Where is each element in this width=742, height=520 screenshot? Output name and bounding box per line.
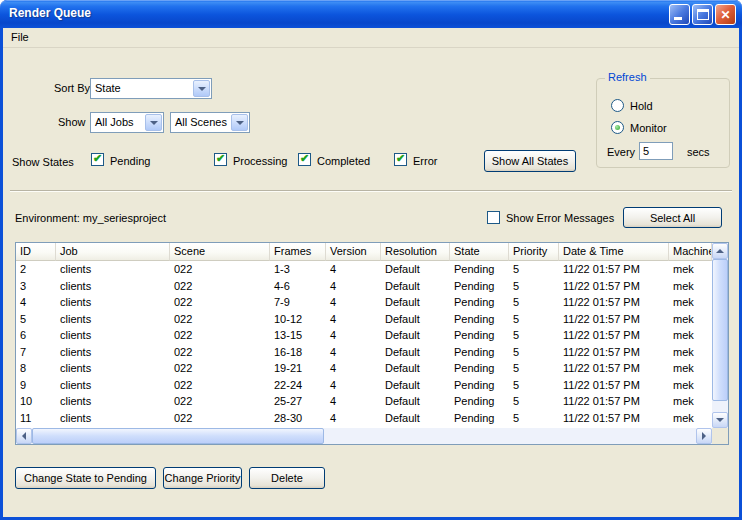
table-cell: 10-12 (270, 311, 326, 328)
column-header[interactable]: Resolution (381, 243, 450, 261)
table-cell: 10 (16, 393, 56, 410)
close-button[interactable]: ✕ (715, 4, 736, 25)
monitor-radio[interactable] (611, 121, 624, 134)
horizontal-scrollbar[interactable] (16, 428, 712, 444)
table-cell: mek (669, 393, 712, 410)
column-header[interactable]: Machine (669, 243, 712, 261)
table-row[interactable]: 11clients02228-304DefaultPending511/22 0… (16, 410, 712, 427)
hold-radio-label[interactable]: Hold (630, 100, 653, 112)
table-cell: 4 (326, 294, 381, 311)
maximize-button[interactable] (692, 4, 713, 25)
column-header[interactable]: Date & Time (559, 243, 669, 261)
table-cell: Default (381, 311, 450, 328)
table-cell: mek (669, 377, 712, 394)
scroll-down-icon (716, 418, 724, 422)
refresh-seconds-input[interactable] (639, 142, 673, 160)
table-row[interactable]: 10clients02225-274DefaultPending511/22 0… (16, 393, 712, 410)
show-scenes-dropdown[interactable]: All Scenes (170, 112, 250, 133)
delete-button[interactable]: Delete (249, 467, 325, 489)
change-priority-button[interactable]: Change Priority (163, 467, 242, 489)
show-all-states-button[interactable]: Show All States (484, 150, 576, 172)
error-checkbox[interactable]: ✔ (394, 153, 407, 166)
pending-checkbox-label[interactable]: Pending (110, 155, 150, 167)
table-row[interactable]: 2clients0221-34DefaultPending511/22 01:5… (16, 261, 712, 278)
column-header[interactable]: ID (16, 243, 56, 261)
table-row[interactable]: 6clients02213-154DefaultPending511/22 01… (16, 327, 712, 344)
table-row[interactable]: 8clients02219-214DefaultPending511/22 01… (16, 360, 712, 377)
chevron-down-icon (198, 87, 206, 91)
select-all-button[interactable]: Select All (623, 207, 722, 228)
change-state-to-pending-button[interactable]: Change State to Pending (15, 467, 156, 489)
sort-by-dropdown-button[interactable] (193, 80, 210, 97)
table-cell: mek (669, 311, 712, 328)
show-error-messages-label[interactable]: Show Error Messages (506, 212, 614, 224)
column-header[interactable]: Frames (270, 243, 326, 261)
table-cell: 11/22 01:57 PM (559, 278, 669, 295)
environment-label: Environment: my_seriesproject (15, 212, 166, 224)
vertical-scrollbar[interactable] (712, 243, 728, 428)
table-cell: 022 (170, 261, 270, 278)
table-cell: 2 (16, 261, 56, 278)
table-row[interactable]: 9clients02222-244DefaultPending511/22 01… (16, 377, 712, 394)
table-cell: 4 (326, 327, 381, 344)
column-header[interactable]: State (450, 243, 509, 261)
table-cell: Pending (450, 261, 509, 278)
table-cell: 4-6 (270, 278, 326, 295)
column-header[interactable]: Version (326, 243, 381, 261)
table-cell: clients (56, 377, 170, 394)
processing-checkbox[interactable]: ✔ (214, 153, 227, 166)
horizontal-scroll-thumb[interactable] (32, 428, 324, 444)
table-cell: 022 (170, 377, 270, 394)
table-cell: clients (56, 261, 170, 278)
table-cell: 022 (170, 294, 270, 311)
table-row[interactable]: 5clients02210-124DefaultPending511/22 01… (16, 311, 712, 328)
window-title: Render Queue (9, 6, 91, 20)
table-cell: Pending (450, 377, 509, 394)
error-checkbox-label[interactable]: Error (413, 155, 437, 167)
table-cell: clients (56, 344, 170, 361)
menu-file[interactable]: File (3, 28, 37, 46)
table-cell: clients (56, 393, 170, 410)
column-header[interactable]: Scene (170, 243, 270, 261)
minimize-button[interactable] (669, 4, 690, 25)
table-row[interactable]: 4clients0227-94DefaultPending511/22 01:5… (16, 294, 712, 311)
processing-checkbox-label[interactable]: Processing (233, 155, 287, 167)
column-header[interactable]: Priority (509, 243, 559, 261)
table-row[interactable]: 3clients0224-64DefaultPending511/22 01:5… (16, 278, 712, 295)
table-cell: Pending (450, 410, 509, 427)
table-cell: 022 (170, 278, 270, 295)
table-cell: 4 (326, 377, 381, 394)
vertical-scroll-thumb[interactable] (712, 259, 728, 401)
show-scenes-dropdown-button[interactable] (231, 114, 248, 131)
hold-radio[interactable] (611, 99, 624, 112)
table-row[interactable]: 7clients02216-184DefaultPending511/22 01… (16, 344, 712, 361)
table-cell: 4 (326, 311, 381, 328)
show-jobs-value: All Jobs (91, 113, 144, 132)
pending-checkbox[interactable]: ✔ (91, 153, 104, 166)
table-cell: 022 (170, 344, 270, 361)
scroll-up-button[interactable] (712, 243, 728, 259)
monitor-radio-label[interactable]: Monitor (630, 122, 667, 134)
column-header[interactable]: Job (56, 243, 170, 261)
table-cell: 3 (16, 278, 56, 295)
table-cell: 6 (16, 327, 56, 344)
scroll-left-button[interactable] (16, 428, 32, 444)
completed-checkbox-label[interactable]: Completed (317, 155, 370, 167)
show-error-messages-checkbox[interactable]: ✔ (487, 211, 500, 224)
table-cell: 4 (326, 344, 381, 361)
scroll-right-icon (702, 432, 706, 440)
scroll-down-button[interactable] (712, 412, 728, 428)
table-cell: 5 (509, 311, 559, 328)
table-cell: Pending (450, 344, 509, 361)
completed-checkbox[interactable]: ✔ (298, 153, 311, 166)
table-cell: Default (381, 327, 450, 344)
sort-by-dropdown[interactable]: State (90, 78, 212, 99)
show-jobs-dropdown[interactable]: All Jobs (90, 112, 164, 133)
table-cell: 11/22 01:57 PM (559, 377, 669, 394)
chevron-down-icon (236, 121, 244, 125)
show-jobs-dropdown-button[interactable] (145, 114, 162, 131)
minimize-icon (674, 17, 682, 20)
table-cell: 4 (326, 261, 381, 278)
table-cell: 16-18 (270, 344, 326, 361)
scroll-right-button[interactable] (696, 428, 712, 444)
